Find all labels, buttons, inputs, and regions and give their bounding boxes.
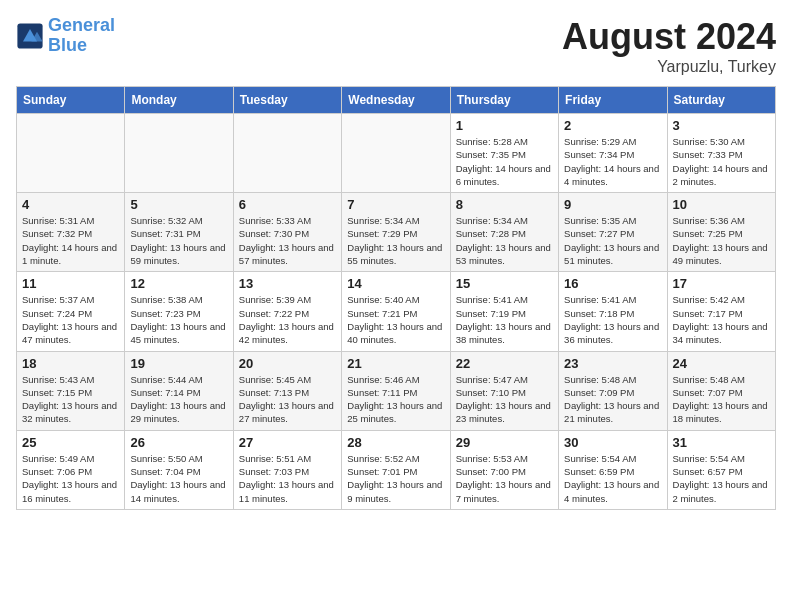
calendar-cell: 12Sunrise: 5:38 AM Sunset: 7:23 PM Dayli… [125, 272, 233, 351]
col-header-friday: Friday [559, 87, 667, 114]
calendar-cell: 7Sunrise: 5:34 AM Sunset: 7:29 PM Daylig… [342, 193, 450, 272]
day-info: Sunrise: 5:53 AM Sunset: 7:00 PM Dayligh… [456, 452, 553, 505]
day-info: Sunrise: 5:30 AM Sunset: 7:33 PM Dayligh… [673, 135, 770, 188]
day-number: 1 [456, 118, 553, 133]
title-block: August 2024 Yarpuzlu, Turkey [562, 16, 776, 76]
day-number: 5 [130, 197, 227, 212]
week-row-3: 11Sunrise: 5:37 AM Sunset: 7:24 PM Dayli… [17, 272, 776, 351]
calendar-cell: 28Sunrise: 5:52 AM Sunset: 7:01 PM Dayli… [342, 430, 450, 509]
page-title: August 2024 [562, 16, 776, 58]
logo: General Blue [16, 16, 115, 56]
col-header-sunday: Sunday [17, 87, 125, 114]
col-header-thursday: Thursday [450, 87, 558, 114]
week-row-4: 18Sunrise: 5:43 AM Sunset: 7:15 PM Dayli… [17, 351, 776, 430]
day-number: 6 [239, 197, 336, 212]
calendar-cell: 1Sunrise: 5:28 AM Sunset: 7:35 PM Daylig… [450, 114, 558, 193]
day-number: 23 [564, 356, 661, 371]
day-info: Sunrise: 5:31 AM Sunset: 7:32 PM Dayligh… [22, 214, 119, 267]
day-info: Sunrise: 5:40 AM Sunset: 7:21 PM Dayligh… [347, 293, 444, 346]
day-info: Sunrise: 5:37 AM Sunset: 7:24 PM Dayligh… [22, 293, 119, 346]
calendar-cell: 19Sunrise: 5:44 AM Sunset: 7:14 PM Dayli… [125, 351, 233, 430]
calendar-cell: 4Sunrise: 5:31 AM Sunset: 7:32 PM Daylig… [17, 193, 125, 272]
day-info: Sunrise: 5:43 AM Sunset: 7:15 PM Dayligh… [22, 373, 119, 426]
calendar-cell: 20Sunrise: 5:45 AM Sunset: 7:13 PM Dayli… [233, 351, 341, 430]
day-number: 27 [239, 435, 336, 450]
logo-text: General Blue [48, 16, 115, 56]
day-number: 31 [673, 435, 770, 450]
day-number: 17 [673, 276, 770, 291]
day-info: Sunrise: 5:54 AM Sunset: 6:59 PM Dayligh… [564, 452, 661, 505]
calendar-cell: 11Sunrise: 5:37 AM Sunset: 7:24 PM Dayli… [17, 272, 125, 351]
calendar-cell: 25Sunrise: 5:49 AM Sunset: 7:06 PM Dayli… [17, 430, 125, 509]
day-info: Sunrise: 5:49 AM Sunset: 7:06 PM Dayligh… [22, 452, 119, 505]
calendar-cell: 3Sunrise: 5:30 AM Sunset: 7:33 PM Daylig… [667, 114, 775, 193]
day-info: Sunrise: 5:51 AM Sunset: 7:03 PM Dayligh… [239, 452, 336, 505]
calendar-cell [17, 114, 125, 193]
logo-line2: Blue [48, 35, 87, 55]
day-number: 7 [347, 197, 444, 212]
logo-line1: General [48, 15, 115, 35]
header-row: SundayMondayTuesdayWednesdayThursdayFrid… [17, 87, 776, 114]
calendar-cell: 15Sunrise: 5:41 AM Sunset: 7:19 PM Dayli… [450, 272, 558, 351]
week-row-2: 4Sunrise: 5:31 AM Sunset: 7:32 PM Daylig… [17, 193, 776, 272]
day-info: Sunrise: 5:42 AM Sunset: 7:17 PM Dayligh… [673, 293, 770, 346]
day-number: 22 [456, 356, 553, 371]
logo-icon [16, 22, 44, 50]
calendar-cell: 8Sunrise: 5:34 AM Sunset: 7:28 PM Daylig… [450, 193, 558, 272]
calendar-cell: 13Sunrise: 5:39 AM Sunset: 7:22 PM Dayli… [233, 272, 341, 351]
col-header-tuesday: Tuesday [233, 87, 341, 114]
day-number: 15 [456, 276, 553, 291]
calendar-cell: 29Sunrise: 5:53 AM Sunset: 7:00 PM Dayli… [450, 430, 558, 509]
day-info: Sunrise: 5:44 AM Sunset: 7:14 PM Dayligh… [130, 373, 227, 426]
calendar-table: SundayMondayTuesdayWednesdayThursdayFrid… [16, 86, 776, 510]
day-info: Sunrise: 5:54 AM Sunset: 6:57 PM Dayligh… [673, 452, 770, 505]
day-info: Sunrise: 5:41 AM Sunset: 7:19 PM Dayligh… [456, 293, 553, 346]
day-number: 13 [239, 276, 336, 291]
day-info: Sunrise: 5:52 AM Sunset: 7:01 PM Dayligh… [347, 452, 444, 505]
calendar-cell: 22Sunrise: 5:47 AM Sunset: 7:10 PM Dayli… [450, 351, 558, 430]
calendar-cell: 5Sunrise: 5:32 AM Sunset: 7:31 PM Daylig… [125, 193, 233, 272]
day-number: 4 [22, 197, 119, 212]
calendar-cell: 24Sunrise: 5:48 AM Sunset: 7:07 PM Dayli… [667, 351, 775, 430]
day-number: 2 [564, 118, 661, 133]
day-info: Sunrise: 5:50 AM Sunset: 7:04 PM Dayligh… [130, 452, 227, 505]
day-number: 20 [239, 356, 336, 371]
calendar-cell: 18Sunrise: 5:43 AM Sunset: 7:15 PM Dayli… [17, 351, 125, 430]
calendar-cell: 6Sunrise: 5:33 AM Sunset: 7:30 PM Daylig… [233, 193, 341, 272]
day-info: Sunrise: 5:38 AM Sunset: 7:23 PM Dayligh… [130, 293, 227, 346]
day-info: Sunrise: 5:33 AM Sunset: 7:30 PM Dayligh… [239, 214, 336, 267]
day-number: 9 [564, 197, 661, 212]
day-number: 28 [347, 435, 444, 450]
day-number: 21 [347, 356, 444, 371]
calendar-cell: 21Sunrise: 5:46 AM Sunset: 7:11 PM Dayli… [342, 351, 450, 430]
day-info: Sunrise: 5:34 AM Sunset: 7:28 PM Dayligh… [456, 214, 553, 267]
page-subtitle: Yarpuzlu, Turkey [562, 58, 776, 76]
day-number: 18 [22, 356, 119, 371]
calendar-cell [342, 114, 450, 193]
day-info: Sunrise: 5:41 AM Sunset: 7:18 PM Dayligh… [564, 293, 661, 346]
calendar-cell: 26Sunrise: 5:50 AM Sunset: 7:04 PM Dayli… [125, 430, 233, 509]
day-number: 26 [130, 435, 227, 450]
calendar-cell: 16Sunrise: 5:41 AM Sunset: 7:18 PM Dayli… [559, 272, 667, 351]
calendar-cell [233, 114, 341, 193]
day-info: Sunrise: 5:45 AM Sunset: 7:13 PM Dayligh… [239, 373, 336, 426]
day-info: Sunrise: 5:39 AM Sunset: 7:22 PM Dayligh… [239, 293, 336, 346]
calendar-cell: 17Sunrise: 5:42 AM Sunset: 7:17 PM Dayli… [667, 272, 775, 351]
page-header: General Blue August 2024 Yarpuzlu, Turke… [16, 16, 776, 76]
col-header-monday: Monday [125, 87, 233, 114]
col-header-wednesday: Wednesday [342, 87, 450, 114]
day-number: 25 [22, 435, 119, 450]
day-number: 16 [564, 276, 661, 291]
day-info: Sunrise: 5:36 AM Sunset: 7:25 PM Dayligh… [673, 214, 770, 267]
day-info: Sunrise: 5:34 AM Sunset: 7:29 PM Dayligh… [347, 214, 444, 267]
calendar-cell [125, 114, 233, 193]
day-info: Sunrise: 5:46 AM Sunset: 7:11 PM Dayligh… [347, 373, 444, 426]
calendar-cell: 10Sunrise: 5:36 AM Sunset: 7:25 PM Dayli… [667, 193, 775, 272]
day-info: Sunrise: 5:29 AM Sunset: 7:34 PM Dayligh… [564, 135, 661, 188]
calendar-cell: 27Sunrise: 5:51 AM Sunset: 7:03 PM Dayli… [233, 430, 341, 509]
day-number: 29 [456, 435, 553, 450]
day-number: 11 [22, 276, 119, 291]
day-info: Sunrise: 5:28 AM Sunset: 7:35 PM Dayligh… [456, 135, 553, 188]
day-number: 12 [130, 276, 227, 291]
day-number: 3 [673, 118, 770, 133]
